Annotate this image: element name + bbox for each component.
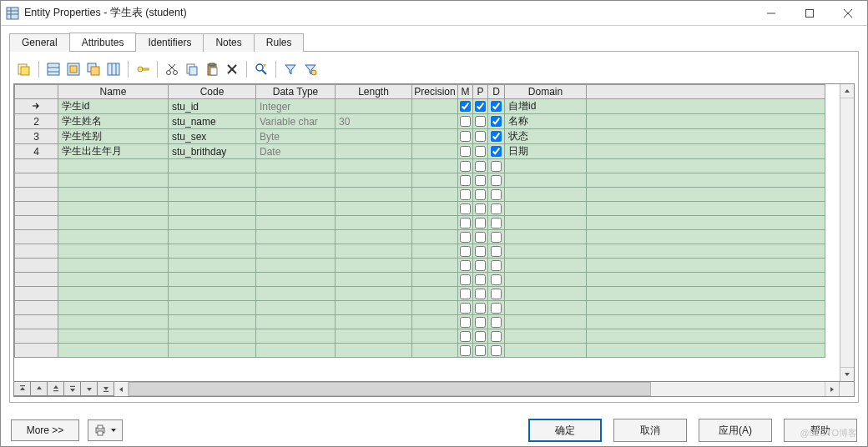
- checkbox-m[interactable]: [460, 146, 471, 157]
- table-row-empty[interactable]: [15, 216, 825, 230]
- cell-datatype[interactable]: Date: [256, 144, 336, 159]
- checkbox-m[interactable]: [460, 303, 471, 314]
- cell-domain[interactable]: 名称: [505, 114, 587, 129]
- checkbox-p[interactable]: [475, 274, 486, 285]
- checkbox-m[interactable]: [460, 161, 471, 172]
- checkbox-m[interactable]: [460, 116, 471, 127]
- checkbox-m[interactable]: [460, 317, 471, 328]
- checkbox-d[interactable]: [491, 189, 502, 200]
- table-row-empty[interactable]: [15, 259, 825, 273]
- row-number-empty[interactable]: [15, 202, 58, 216]
- copy-icon[interactable]: [183, 60, 201, 78]
- checkbox-d[interactable]: [491, 345, 502, 356]
- checkbox-d[interactable]: [491, 203, 502, 214]
- checkbox-m[interactable]: [460, 218, 471, 229]
- minimize-button[interactable]: [752, 1, 790, 25]
- col-header-precision[interactable]: Precision: [412, 85, 458, 99]
- cell-precision[interactable]: [412, 114, 458, 129]
- cell-domain[interactable]: 状态: [505, 129, 587, 144]
- delete-icon[interactable]: [223, 60, 241, 78]
- col-header-d[interactable]: D: [488, 85, 505, 99]
- row-indicator[interactable]: [15, 99, 58, 114]
- checkbox-d[interactable]: [491, 274, 502, 285]
- col-header-datatype[interactable]: Data Type: [256, 85, 336, 99]
- help-button[interactable]: 帮助: [784, 419, 857, 442]
- maximize-button[interactable]: [790, 1, 829, 25]
- ok-button[interactable]: 确定: [528, 419, 602, 442]
- checkbox-m[interactable]: [460, 232, 471, 243]
- scroll-up-icon[interactable]: [840, 84, 854, 98]
- checkbox-d[interactable]: [491, 116, 502, 127]
- row-number-empty[interactable]: [15, 287, 58, 301]
- checkbox-p[interactable]: [475, 203, 486, 214]
- cell-name[interactable]: 学生姓名: [58, 114, 169, 129]
- checkbox-p[interactable]: [475, 218, 486, 229]
- cancel-button[interactable]: 取消: [613, 419, 687, 442]
- checkbox-p[interactable]: [475, 303, 486, 314]
- vertical-scrollbar[interactable]: [840, 84, 854, 381]
- table-row-empty[interactable]: [15, 244, 825, 259]
- checkbox-m[interactable]: [460, 345, 471, 356]
- table-row-empty[interactable]: [15, 188, 825, 202]
- checkbox-d[interactable]: [491, 289, 502, 299]
- col-header-p[interactable]: P: [473, 85, 488, 99]
- cell-domain[interactable]: 日期: [505, 144, 587, 159]
- checkbox-m[interactable]: [460, 331, 471, 342]
- tab-general[interactable]: General: [9, 33, 70, 52]
- row-number-empty[interactable]: [15, 159, 58, 173]
- cell-domain[interactable]: 自增id: [505, 99, 587, 114]
- row-number-empty[interactable]: [15, 315, 58, 329]
- row-number-empty[interactable]: [15, 188, 58, 202]
- horizontal-scrollbar[interactable]: [114, 382, 840, 396]
- cell-precision[interactable]: [412, 144, 458, 159]
- table-row[interactable]: 学生idstu_idInteger自增id: [15, 99, 825, 114]
- checkbox-p[interactable]: [475, 345, 486, 356]
- checkbox-d[interactable]: [491, 303, 502, 314]
- cell-length[interactable]: 30: [336, 114, 412, 129]
- filter-icon[interactable]: [281, 60, 300, 78]
- cell-datatype[interactable]: Byte: [256, 129, 336, 144]
- row-number-empty[interactable]: [15, 273, 58, 287]
- row-header-corner[interactable]: [15, 85, 58, 99]
- cell-code[interactable]: stu_brithday: [169, 144, 256, 159]
- move-up-icon[interactable]: [31, 382, 48, 396]
- checkbox-d[interactable]: [491, 260, 502, 271]
- checkbox-m[interactable]: [460, 203, 471, 214]
- table-row-empty[interactable]: [15, 159, 825, 173]
- cell-datatype[interactable]: Integer: [256, 99, 336, 114]
- checkbox-p[interactable]: [475, 175, 486, 186]
- cell-length[interactable]: [336, 144, 412, 159]
- col-header-domain[interactable]: Domain: [505, 85, 587, 99]
- move-down-icon[interactable]: [81, 382, 98, 396]
- customize-columns-icon[interactable]: [104, 60, 123, 78]
- cell-length[interactable]: [336, 129, 412, 144]
- checkbox-m[interactable]: [460, 175, 471, 186]
- checkbox-m[interactable]: [460, 274, 471, 285]
- tab-attributes[interactable]: Attributes: [69, 33, 137, 51]
- checkbox-p[interactable]: [475, 189, 486, 200]
- checkbox-p[interactable]: [475, 161, 486, 172]
- cell-precision[interactable]: [412, 129, 458, 144]
- cut-icon[interactable]: [163, 60, 181, 78]
- table-row[interactable]: 3学生性别stu_sexByte状态: [15, 129, 825, 144]
- move-top-icon[interactable]: [14, 382, 31, 396]
- table-row-empty[interactable]: [15, 230, 825, 244]
- checkbox-m[interactable]: [460, 189, 471, 200]
- filter-settings-icon[interactable]: [301, 60, 320, 78]
- cell-code[interactable]: stu_sex: [169, 129, 256, 144]
- table-row-empty[interactable]: [15, 202, 825, 216]
- checkbox-p[interactable]: [475, 131, 486, 142]
- checkbox-p[interactable]: [475, 317, 486, 328]
- checkbox-d[interactable]: [491, 131, 502, 142]
- row-number[interactable]: 3: [15, 129, 58, 144]
- checkbox-p[interactable]: [475, 289, 486, 299]
- checkbox-m[interactable]: [460, 289, 471, 299]
- checkbox-m[interactable]: [460, 260, 471, 271]
- checkbox-m[interactable]: [460, 131, 471, 142]
- key-icon[interactable]: [134, 60, 152, 78]
- table-row-empty[interactable]: [15, 173, 825, 188]
- tab-rules[interactable]: Rules: [254, 33, 305, 52]
- move-bottom-icon[interactable]: [98, 382, 114, 396]
- table-row-empty[interactable]: [15, 344, 825, 358]
- checkbox-d[interactable]: [491, 331, 502, 342]
